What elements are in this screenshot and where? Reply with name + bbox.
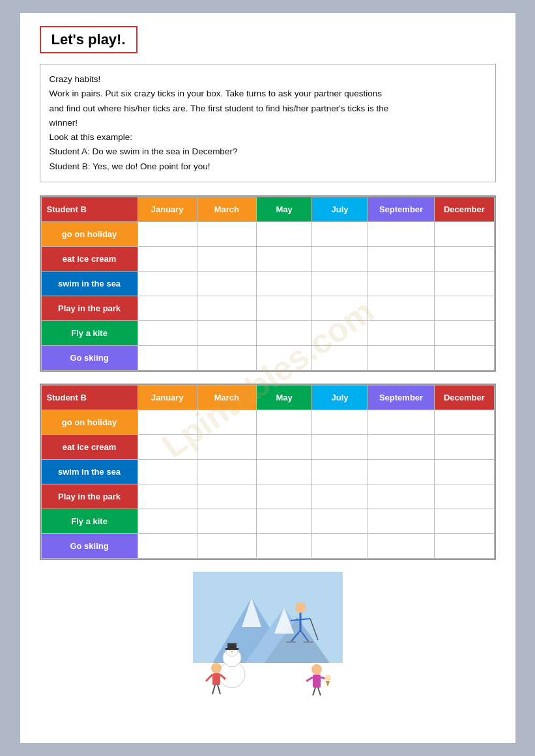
table1-cell[interactable] <box>256 271 311 296</box>
table2-cell[interactable] <box>256 410 311 434</box>
table2-cell[interactable] <box>368 459 435 484</box>
table2-activity-swim: swim in the sea <box>41 459 137 484</box>
table2-cell[interactable] <box>368 533 435 558</box>
table1-cell[interactable] <box>368 246 435 271</box>
instructions-box: Crazy habits! Work in pairs. Put six cra… <box>40 64 496 182</box>
table1-activity-holiday: go on holiday <box>41 221 137 246</box>
table1-cell[interactable] <box>435 320 494 345</box>
table2-cell[interactable] <box>256 434 311 459</box>
table2-cell[interactable] <box>137 459 197 484</box>
table2-cell[interactable] <box>197 459 256 484</box>
svg-rect-21 <box>227 643 237 649</box>
table1-cell[interactable] <box>137 345 197 370</box>
table1-row-swim: swim in the sea <box>41 271 494 296</box>
table1-cell[interactable] <box>368 221 435 246</box>
table1-container: Student B January March May July <box>40 195 496 372</box>
table1-cell[interactable] <box>312 271 368 296</box>
table2-cell[interactable] <box>435 484 494 509</box>
svg-point-29 <box>311 664 322 675</box>
table2-cell[interactable] <box>312 484 368 509</box>
table1-activity-kite: Fly a kite <box>41 320 137 345</box>
table1-cell[interactable] <box>368 345 435 370</box>
table2-cell[interactable] <box>197 484 256 509</box>
table1-cell[interactable] <box>312 246 368 271</box>
svg-point-23 <box>211 663 222 673</box>
table2-cell[interactable] <box>256 459 311 484</box>
table2-cell[interactable] <box>312 459 368 484</box>
table1-cell[interactable] <box>256 320 311 345</box>
table2-cell[interactable] <box>137 533 197 558</box>
table2-march-header: March <box>197 385 256 410</box>
table1-cell[interactable] <box>368 296 435 320</box>
table2-cell[interactable] <box>256 509 311 533</box>
table2-cell[interactable] <box>435 434 494 459</box>
table1-row-skiing: Go skiing <box>41 345 494 370</box>
table2-cell[interactable] <box>137 434 197 459</box>
table2-student-header: Student B <box>41 385 137 410</box>
table2-cell[interactable] <box>137 509 197 533</box>
table2-row-holiday: go on holiday <box>41 410 494 434</box>
table2-row-skiing: Go skiing <box>41 533 494 558</box>
table1-cell[interactable] <box>435 221 494 246</box>
table1-cell[interactable] <box>368 271 435 296</box>
table2-cell[interactable] <box>312 410 368 434</box>
table2-activity-park: Play in the park <box>41 484 137 509</box>
table2-activity-icecream: eat ice cream <box>41 434 137 459</box>
table1-september-header: September <box>368 197 435 221</box>
table2-cell[interactable] <box>256 533 311 558</box>
table2-cell[interactable] <box>368 484 435 509</box>
table2-cell[interactable] <box>435 509 494 533</box>
ski-svg <box>193 572 343 695</box>
table2-cell[interactable] <box>256 484 311 509</box>
table1-cell[interactable] <box>435 271 494 296</box>
table2-cell[interactable] <box>197 533 256 558</box>
table1-cell[interactable] <box>197 345 256 370</box>
table1-cell[interactable] <box>137 246 197 271</box>
table2-cell[interactable] <box>312 533 368 558</box>
table2-cell[interactable] <box>435 459 494 484</box>
table2-cell[interactable] <box>197 509 256 533</box>
table1-cell[interactable] <box>312 221 368 246</box>
table2-cell[interactable] <box>435 533 494 558</box>
table2-cell[interactable] <box>137 484 197 509</box>
table1-cell[interactable] <box>435 296 494 320</box>
table2-cell[interactable] <box>312 434 368 459</box>
table1-cell[interactable] <box>256 221 311 246</box>
table1-cell[interactable] <box>197 246 256 271</box>
table2-september-header: September <box>368 385 435 410</box>
table1-march-header: March <box>197 197 256 221</box>
table1-cell[interactable] <box>256 246 311 271</box>
table1-cell[interactable] <box>197 271 256 296</box>
instruction-line1: Crazy habits! <box>50 72 486 87</box>
table1-cell[interactable] <box>368 320 435 345</box>
table1-cell[interactable] <box>435 246 494 271</box>
instruction-line5: Look at this example: <box>50 130 486 145</box>
table1-cell[interactable] <box>312 296 368 320</box>
table2-cell[interactable] <box>368 509 435 533</box>
table2-cell[interactable] <box>312 509 368 533</box>
table1-activity-skiing: Go skiing <box>41 345 137 370</box>
table2-cell[interactable] <box>197 434 256 459</box>
svg-rect-30 <box>313 675 321 688</box>
table1-cell[interactable] <box>197 221 256 246</box>
table1-cell[interactable] <box>137 271 197 296</box>
table2-cell[interactable] <box>137 410 197 434</box>
table2-cell[interactable] <box>368 434 435 459</box>
table1-cell[interactable] <box>312 320 368 345</box>
table2-cell[interactable] <box>197 410 256 434</box>
table1-cell[interactable] <box>137 221 197 246</box>
page: Let's play!. Crazy habits! Work in pairs… <box>20 13 515 743</box>
svg-rect-22 <box>225 648 239 650</box>
table1-cell[interactable] <box>256 296 311 320</box>
table1-cell[interactable] <box>435 345 494 370</box>
table2-cell[interactable] <box>435 410 494 434</box>
table1-cell[interactable] <box>137 320 197 345</box>
table2-row-icecream: eat ice cream <box>41 434 494 459</box>
table1-header-row: Student B January March May July <box>41 197 494 221</box>
table1-cell[interactable] <box>197 320 256 345</box>
table1-cell[interactable] <box>197 296 256 320</box>
table1-cell[interactable] <box>312 345 368 370</box>
table1-cell[interactable] <box>256 345 311 370</box>
table2-cell[interactable] <box>368 410 435 434</box>
table1-cell[interactable] <box>137 296 197 320</box>
